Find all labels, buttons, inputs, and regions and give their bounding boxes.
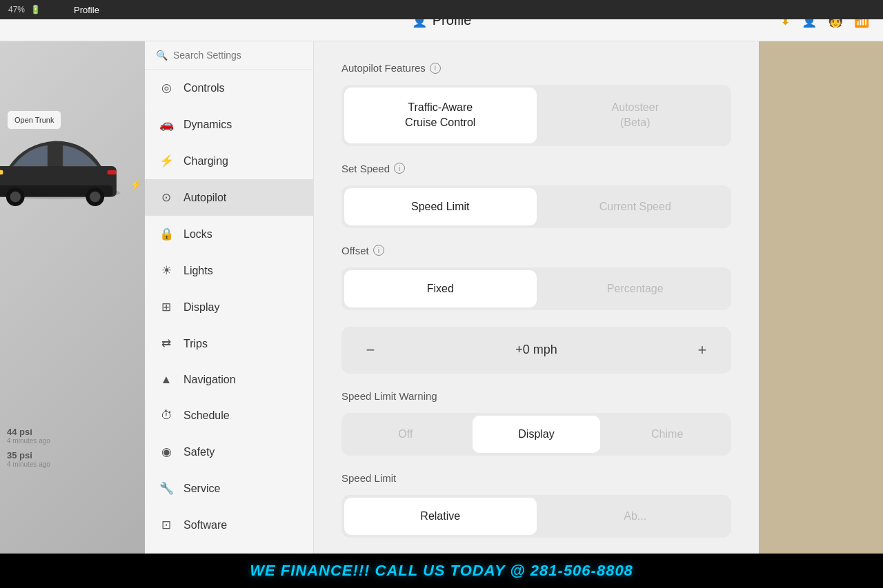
speed-limit-group: Relative Ab... <box>341 495 731 538</box>
rear-tire-time: 4 minutes ago <box>7 460 50 468</box>
battery-icon: 🔋 <box>30 5 41 14</box>
set-speed-group: Speed Limit Current Speed <box>341 185 731 228</box>
search-bar: 🔍 <box>145 41 313 70</box>
sidebar-item-label: Trips <box>183 338 208 350</box>
sidebar-item-label: Safety <box>183 446 215 458</box>
sidebar-item-autopilot[interactable]: ⊙ Autopilot <box>145 179 313 216</box>
locks-icon: 🔒 <box>159 227 174 241</box>
sidebar-item-display[interactable]: ⊞ Display <box>145 289 313 325</box>
search-icon: 🔍 <box>156 50 168 61</box>
controls-icon: ◎ <box>159 81 174 95</box>
sidebar-item-lights[interactable]: ☀ Lights <box>145 252 313 289</box>
sidebar-item-label: Software <box>183 519 227 531</box>
sidebar-item-label: Controls <box>183 82 225 94</box>
offset-info-icon[interactable]: i <box>373 245 384 256</box>
car-panel: Open Trunk ⚡ <box>0 41 145 554</box>
autopilot-features-label: Autopilot Features <box>341 62 426 74</box>
svg-point-6 <box>90 192 101 203</box>
autopilot-features-section: Autopilot Features i <box>341 62 731 74</box>
sidebar-item-label: Charging <box>183 155 228 168</box>
set-speed-section: Set Speed i <box>341 163 731 174</box>
nav-panel: 🔍 ◎ Controls 🚗 Dynamics ⚡ Charging ⊙ Aut… <box>145 41 314 554</box>
slw-label: Speed Limit Warning <box>341 390 437 402</box>
offset-label: Offset <box>341 245 369 256</box>
percentage-button[interactable]: Percentage <box>539 267 732 310</box>
sidebar-item-label: Locks <box>183 228 212 241</box>
speed-increase-button[interactable]: + <box>690 338 715 363</box>
ad-text: WE FINANCE!!! CALL US TODAY @ 281-506-88… <box>250 562 633 580</box>
car-image-area: Open Trunk ⚡ <box>0 41 145 554</box>
display-icon: ⊞ <box>159 300 174 314</box>
svg-rect-8 <box>108 170 117 175</box>
trips-icon: ⇄ <box>159 336 174 351</box>
svg-point-4 <box>10 192 21 203</box>
speed-offset-control: − +0 mph + <box>341 327 731 374</box>
autosteer-button[interactable]: Autosteer (Beta) <box>539 85 732 146</box>
right-panel <box>759 41 883 554</box>
autopilot-features-info-icon[interactable]: i <box>430 63 441 74</box>
sidebar-item-dynamics[interactable]: 🚗 Dynamics <box>145 106 313 143</box>
absolute-button[interactable]: Ab... <box>539 495 732 538</box>
autopilot-features-group: Traffic-Aware Cruise Control Autosteer (… <box>341 85 731 146</box>
speed-decrease-button[interactable]: − <box>358 338 383 363</box>
sidebar-item-controls[interactable]: ◎ Controls <box>145 70 313 106</box>
charge-indicator: ⚡ <box>130 179 141 190</box>
software-icon: ⊡ <box>159 518 174 532</box>
relative-button[interactable]: Relative <box>344 498 537 535</box>
service-icon: 🔧 <box>159 481 174 496</box>
main-screen: 👤 Profile ⬇ 👤 🧑 📶 Open Trunk <box>0 0 883 554</box>
set-speed-info-icon[interactable]: i <box>394 163 405 174</box>
sidebar-item-service[interactable]: 🔧 Service <box>145 470 313 507</box>
sidebar-item-locks[interactable]: 🔒 Locks <box>145 216 313 252</box>
lights-icon: ☀ <box>159 263 174 278</box>
offset-group: Fixed Percentage <box>341 267 731 310</box>
offset-section: Offset i <box>341 245 731 256</box>
front-tire-time: 4 minutes ago <box>7 437 50 445</box>
search-input[interactable] <box>173 50 302 61</box>
sidebar-item-software[interactable]: ⊡ Software <box>145 507 313 543</box>
autopilot-icon: ⊙ <box>159 190 174 205</box>
battery-percent: 47% <box>8 5 25 14</box>
status-bar-left: 47% 🔋 Profile <box>8 5 99 15</box>
sidebar-item-label: Display <box>183 301 219 314</box>
slw-group: Off Display Chime <box>341 413 731 456</box>
slw-display-button[interactable]: Display <box>473 416 601 453</box>
tire-info: 44 psi 4 minutes ago 35 psi 4 minutes ag… <box>7 427 50 471</box>
speed-offset-value: +0 mph <box>515 343 557 357</box>
status-bar: 47% 🔋 Profile <box>0 0 883 19</box>
sidebar-item-safety[interactable]: ◉ Safety <box>145 434 313 470</box>
set-speed-label: Set Speed <box>341 163 390 174</box>
sidebar-item-label: Autopilot <box>183 192 226 204</box>
schedule-icon: ⏱ <box>159 409 174 423</box>
front-tire-psi: 44 psi <box>7 427 32 437</box>
ad-banner: WE FINANCE!!! CALL US TODAY @ 281-506-88… <box>0 554 883 588</box>
content-area: Open Trunk ⚡ <box>0 41 883 554</box>
speed-limit-button[interactable]: Speed Limit <box>344 188 537 225</box>
slw-chime-button[interactable]: Chime <box>603 413 731 456</box>
svg-rect-7 <box>0 170 3 175</box>
car-image <box>0 124 124 216</box>
sidebar-item-label: Schedule <box>183 409 230 422</box>
safety-icon: ◉ <box>159 445 174 459</box>
sidebar-item-navigation[interactable]: ▲ Navigation <box>145 362 313 398</box>
fixed-button[interactable]: Fixed <box>344 270 537 307</box>
sidebar-item-label: Navigation <box>183 374 236 386</box>
tacc-button[interactable]: Traffic-Aware Cruise Control <box>344 88 537 143</box>
speed-limit-label: Speed Limit <box>341 472 396 484</box>
profile-tab-label: Profile <box>74 5 99 15</box>
sidebar-item-trips[interactable]: ⇄ Trips <box>145 325 313 362</box>
speed-limit-section: Speed Limit <box>341 472 731 484</box>
sidebar-item-label: Service <box>183 483 220 495</box>
sidebar-item-charging[interactable]: ⚡ Charging <box>145 143 313 179</box>
sidebar-item-label: Lights <box>183 265 213 277</box>
rear-tire-psi: 35 psi <box>7 450 32 460</box>
sidebar-item-label: Dynamics <box>183 119 232 131</box>
dynamics-icon: 🚗 <box>159 117 174 132</box>
navigation-icon: ▲ <box>159 373 174 387</box>
slw-off-button[interactable]: Off <box>341 413 470 456</box>
charging-icon: ⚡ <box>159 154 174 168</box>
slw-section: Speed Limit Warning <box>341 390 731 402</box>
sidebar-item-schedule[interactable]: ⏱ Schedule <box>145 398 313 434</box>
current-speed-button[interactable]: Current Speed <box>539 185 732 228</box>
settings-panel: Autopilot Features i Traffic-Aware Cruis… <box>314 41 759 554</box>
